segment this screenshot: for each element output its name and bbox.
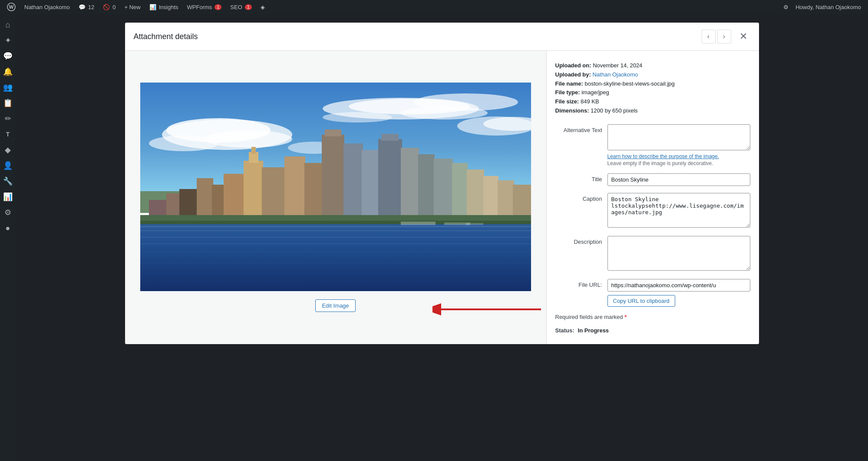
new-label: + New xyxy=(124,4,140,10)
svg-rect-51 xyxy=(401,222,436,225)
modal-body: Edit Image xyxy=(125,51,759,344)
svg-rect-30 xyxy=(343,143,363,226)
svg-rect-24 xyxy=(251,147,256,154)
caption-input[interactable] xyxy=(607,193,750,228)
sidebar-item-person[interactable]: 👤 xyxy=(0,158,16,173)
uploaded-by-link[interactable]: Nathan Ojaokomo xyxy=(592,71,638,78)
svg-rect-28 xyxy=(322,135,344,226)
svg-rect-44 xyxy=(140,224,531,291)
search-icon-item[interactable]: ⚙ xyxy=(780,0,792,14)
title-input[interactable] xyxy=(607,173,750,186)
sidebar-item-circle[interactable]: ● xyxy=(0,221,16,235)
alt-text-label: Alternative Text xyxy=(555,124,607,133)
spam-item[interactable]: 🚫 0 xyxy=(99,0,119,14)
svg-rect-34 xyxy=(401,148,419,226)
seo-item[interactable]: SEO 1 xyxy=(227,0,255,14)
file-type-value: image/jpeg xyxy=(581,89,609,96)
insights-icon: 📊 xyxy=(149,4,156,10)
svg-rect-49 xyxy=(140,252,531,252)
title-input-area xyxy=(607,173,750,186)
spam-icon: 🚫 xyxy=(103,4,110,10)
edit-image-button[interactable]: Edit Image xyxy=(315,299,355,312)
svg-point-11 xyxy=(149,136,218,151)
alt-help-note: Leave empty if the image is purely decor… xyxy=(607,160,750,166)
edit-image-area: Edit Image xyxy=(315,299,355,312)
spam-count: 0 xyxy=(112,4,116,10)
sidebar-item-tools[interactable]: 🔧 xyxy=(0,174,16,189)
insights-label: Insights xyxy=(159,4,178,10)
caption-field: Caption xyxy=(555,193,750,229)
new-item[interactable]: + New xyxy=(121,0,144,14)
uploaded-on-row: Uploaded on: November 14, 2024 xyxy=(555,61,750,70)
description-field: Description xyxy=(555,236,750,272)
svg-text:W: W xyxy=(9,4,14,10)
sidebar-item-chart[interactable]: 📊 xyxy=(0,189,16,204)
details-panel: Uploaded on: November 14, 2024 Uploaded … xyxy=(546,51,759,344)
sidebar-item-star[interactable]: ✦ xyxy=(0,33,16,48)
alt-text-input[interactable] xyxy=(607,124,750,150)
next-button[interactable]: › xyxy=(717,30,731,43)
prev-button[interactable]: ‹ xyxy=(702,30,716,43)
svg-rect-29 xyxy=(325,129,341,136)
admin-bar-right: ⚙ Howdy, Nathan Ojaokomo xyxy=(780,0,865,14)
sidebar-item-users[interactable]: 👥 xyxy=(0,80,16,95)
uploaded-by-label: Uploaded by: xyxy=(555,71,591,78)
caption-input-area xyxy=(607,193,750,229)
wp-logo-item[interactable]: W xyxy=(3,0,19,14)
file-url-input[interactable] xyxy=(607,279,750,292)
svg-rect-48 xyxy=(140,243,531,244)
alt-help-link[interactable]: Learn how to describe the purpose of the… xyxy=(607,153,750,159)
sidebar-item-home[interactable]: ⌂ xyxy=(0,17,16,32)
close-icon: ✕ xyxy=(739,31,747,42)
comment-icon: 💬 xyxy=(79,4,86,10)
sidebar-item-text[interactable]: T xyxy=(0,127,16,142)
sidebar-item-diamond[interactable]: ◆ xyxy=(0,143,16,157)
sidebar: ⌂ ✦ 💬 🔔 👥 📋 ✏ T ◆ 👤 🔧 📊 ⚙ ● xyxy=(0,14,16,461)
sidebar-item-comments[interactable]: 💬 xyxy=(0,49,16,63)
title-field: Title xyxy=(555,173,750,186)
extra-plugin-item[interactable]: ◈ xyxy=(257,0,268,14)
greeting-item[interactable]: Howdy, Nathan Ojaokomo xyxy=(792,0,865,14)
dimensions-label: Dimensions: xyxy=(555,107,589,114)
comments-item[interactable]: 💬 12 xyxy=(75,0,98,14)
status-label: Status: xyxy=(555,327,574,334)
description-input-area xyxy=(607,236,750,272)
modal-title: Attachment details xyxy=(134,32,198,41)
sidebar-item-settings[interactable]: ⚙ xyxy=(0,205,16,220)
svg-rect-32 xyxy=(378,139,402,226)
uploaded-by-row: Uploaded by: Nathan Ojaokomo xyxy=(555,70,750,80)
image-container xyxy=(140,83,531,292)
required-asterisk: * xyxy=(624,314,627,320)
seo-badge: 1 xyxy=(245,4,252,10)
wpforms-item[interactable]: WPForms 1 xyxy=(184,0,225,14)
sidebar-item-edit[interactable]: ✏ xyxy=(0,111,16,126)
extra-plugin-icon: ◈ xyxy=(261,4,265,10)
file-url-field: File URL: Copy URL to clipboard xyxy=(555,279,750,307)
dimensions-row: Dimensions: 1200 by 650 pixels xyxy=(555,106,750,116)
modal-overlay: Attachment details ‹ › ✕ xyxy=(16,14,868,461)
file-url-row xyxy=(607,279,750,292)
boston-skyline-image xyxy=(140,83,531,291)
copy-url-button[interactable]: Copy URL to clipboard xyxy=(607,295,675,307)
sidebar-item-posts[interactable]: 📋 xyxy=(0,96,16,110)
file-name-row: File name: boston-skyline-best-views-soc… xyxy=(555,80,750,89)
svg-rect-50 xyxy=(140,263,531,263)
description-label: Description xyxy=(555,236,607,245)
sidebar-item-bell[interactable]: 🔔 xyxy=(0,64,16,79)
svg-rect-45 xyxy=(140,226,531,227)
alt-text-input-area: Learn how to describe the purpose of the… xyxy=(607,124,750,166)
close-button[interactable]: ✕ xyxy=(736,30,750,43)
site-name-item[interactable]: Nathan Ojaokomo xyxy=(21,0,73,14)
image-panel: Edit Image xyxy=(125,51,546,344)
svg-rect-33 xyxy=(381,134,399,141)
file-size-value: 849 KB xyxy=(581,98,599,105)
description-input[interactable] xyxy=(607,236,750,271)
status-row: Status: In Progress xyxy=(555,327,750,334)
wp-logo-icon: W xyxy=(7,3,16,11)
annotation-arrow xyxy=(432,297,545,323)
admin-bar: W Nathan Ojaokomo 💬 12 🚫 0 + New 📊 Insig… xyxy=(0,0,868,14)
status-value: In Progress xyxy=(578,327,609,334)
greeting-text: Howdy, Nathan Ojaokomo xyxy=(795,4,861,10)
modal-nav: ‹ › ✕ xyxy=(702,30,750,43)
insights-item[interactable]: 📊 Insights xyxy=(146,0,182,14)
